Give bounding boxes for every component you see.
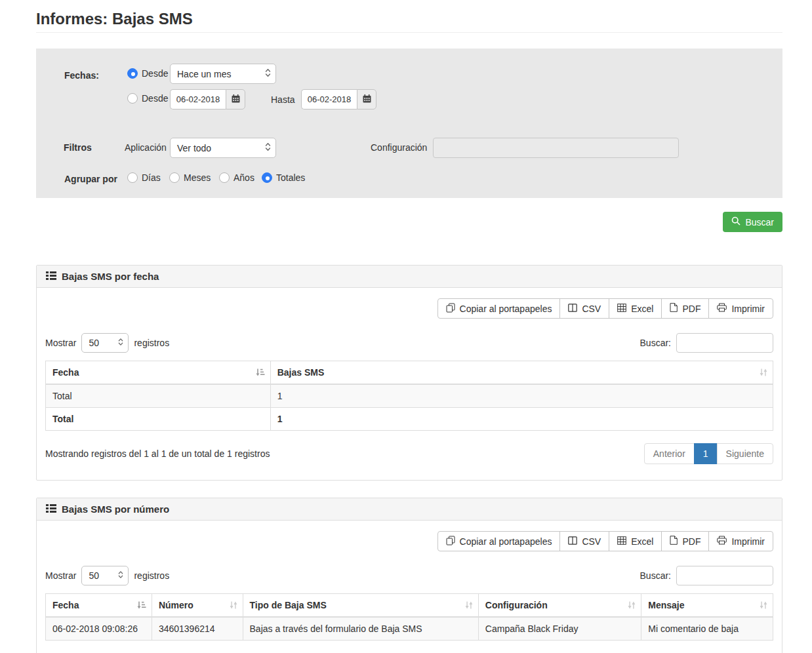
list-icon [46, 504, 56, 515]
radio-selected-icon [127, 68, 138, 79]
print-button[interactable]: Imprimir [708, 531, 773, 551]
mostrar-label: Mostrar [45, 338, 76, 348]
configuracion-input[interactable] [433, 138, 679, 158]
sort-desc-icon [256, 368, 265, 376]
table-row: Total 1 [46, 384, 773, 408]
radio-totales-label: Totales [276, 172, 305, 183]
column-header-bajas-sms[interactable]: Bajas SMS [270, 361, 773, 385]
columns-icon [568, 536, 577, 547]
radio-desde-custom-label: Desde [142, 93, 168, 104]
pagination-next-button[interactable]: Siguiente [717, 443, 773, 464]
table-search-control: Buscar: [640, 566, 773, 585]
copy-icon [446, 303, 455, 315]
copy-button[interactable]: Copiar al portapapeles [437, 298, 561, 319]
table-icon [617, 304, 626, 314]
radio-desde-custom[interactable]: Desde [127, 93, 168, 104]
printer-icon [717, 536, 727, 547]
print-button[interactable]: Imprimir [708, 298, 773, 319]
column-header-mensaje[interactable]: Mensaje [641, 594, 773, 618]
sort-desc-icon [137, 601, 146, 609]
hasta-label: Hasta [271, 94, 295, 105]
copy-button[interactable]: Copiar al portapapeles [437, 531, 561, 551]
column-header-configuracion[interactable]: Configuración [478, 594, 641, 618]
buscar-label: Buscar: [640, 570, 671, 581]
csv-button[interactable]: CSV [559, 298, 609, 319]
desde-date-input[interactable] [170, 89, 226, 109]
buscar-button-label: Buscar [745, 217, 774, 228]
aplicacion-select[interactable]: Ver todo [170, 138, 276, 158]
radio-anos-label: Años [233, 172, 254, 183]
panel-bajas-por-fecha: Bajas SMS por fecha Copiar al portapapel… [36, 265, 782, 481]
columns-icon [568, 304, 577, 314]
calendar-icon [363, 94, 371, 105]
printer-icon [717, 303, 727, 314]
page-title: Informes: Bajas SMS [36, 0, 782, 33]
hasta-date-input[interactable] [301, 89, 357, 109]
hasta-date-group [301, 89, 376, 109]
aplicacion-value: Ver todo [177, 143, 211, 153]
page-size-select[interactable]: 50 [81, 566, 129, 585]
stepper-icon [265, 68, 271, 79]
bajas-por-numero-table: Fecha Número Tipo de Baja SMS Confi [45, 593, 773, 641]
panel-numero-title: Bajas SMS por número [62, 504, 169, 515]
pdf-button[interactable]: PDF [661, 298, 709, 319]
panel-fecha-title: Bajas SMS por fecha [62, 271, 159, 282]
hasta-calendar-button[interactable] [357, 89, 376, 109]
panel-numero-heading: Bajas SMS por número [37, 498, 782, 521]
table-search-input[interactable] [676, 566, 773, 585]
radio-desde-preset-label: Desde [142, 68, 168, 79]
stepper-icon [118, 570, 123, 581]
export-button-group: Copiar al portapapeles CSV Excel PDF [437, 298, 773, 319]
radio-unselected-icon [127, 93, 138, 104]
column-header-tipo[interactable]: Tipo de Baja SMS [243, 594, 478, 618]
sort-both-icon [760, 601, 767, 609]
filtros-label: Filtros [64, 142, 92, 153]
radio-desde-preset[interactable]: Desde [127, 68, 168, 79]
stepper-icon [118, 338, 123, 348]
buscar-button[interactable]: Buscar [723, 212, 782, 232]
radio-unselected-icon [169, 172, 180, 183]
csv-button[interactable]: CSV [559, 531, 609, 551]
excel-button[interactable]: Excel [609, 298, 662, 319]
radio-meses[interactable]: Meses [169, 172, 211, 183]
date-preset-select[interactable]: Hace un mes [170, 64, 276, 84]
radio-anos[interactable]: Años [219, 172, 254, 183]
mostrar-label: Mostrar [45, 570, 76, 581]
radio-totales[interactable]: Totales [262, 172, 305, 183]
page-length-control: Mostrar 50 registros [45, 566, 169, 585]
desde-calendar-button[interactable] [226, 89, 245, 109]
table-info-text: Mostrando registros del 1 al 1 de un tot… [45, 448, 270, 459]
pdf-file-icon [670, 303, 678, 314]
pagination-page-1-button[interactable]: 1 [694, 443, 718, 464]
bajas-por-fecha-table: Fecha Bajas SMS Total 1 [45, 361, 773, 431]
column-header-fecha[interactable]: Fecha [46, 594, 152, 618]
radio-meses-label: Meses [184, 172, 211, 183]
column-header-fecha[interactable]: Fecha [46, 361, 271, 385]
radio-dias[interactable]: Días [127, 172, 161, 183]
configuracion-label: Configuración [371, 142, 427, 153]
page-size-select[interactable]: 50 [81, 333, 129, 353]
fechas-label: Fechas: [64, 70, 99, 81]
registros-label: registros [134, 570, 169, 581]
table-search-input[interactable] [676, 333, 773, 353]
column-header-numero[interactable]: Número [152, 594, 243, 618]
excel-button[interactable]: Excel [609, 531, 662, 551]
registros-label: registros [134, 338, 169, 348]
aplicacion-label: Aplicación [125, 142, 167, 153]
pagination: Anterior 1 Siguiente [644, 443, 773, 464]
date-preset-value: Hace un mes [177, 69, 231, 79]
pdf-file-icon [670, 536, 678, 547]
table-row: 06-02-2018 09:08:26 34601396214 Bajas a … [46, 617, 773, 641]
sort-both-icon [465, 601, 473, 609]
stepper-icon [265, 142, 271, 153]
filter-panel: Fechas: Desde Hace un mes Desde Hasta [36, 49, 782, 198]
table-search-control: Buscar: [640, 333, 773, 353]
agrupar-por-label: Agrupar por [64, 174, 117, 184]
pagination-prev-button[interactable]: Anterior [644, 443, 695, 464]
calendar-icon [232, 94, 240, 105]
sort-both-icon [628, 601, 636, 609]
search-button-row: Buscar [36, 212, 782, 232]
list-icon [46, 271, 56, 282]
page-length-control: Mostrar 50 registros [45, 333, 169, 353]
pdf-button[interactable]: PDF [661, 531, 709, 551]
